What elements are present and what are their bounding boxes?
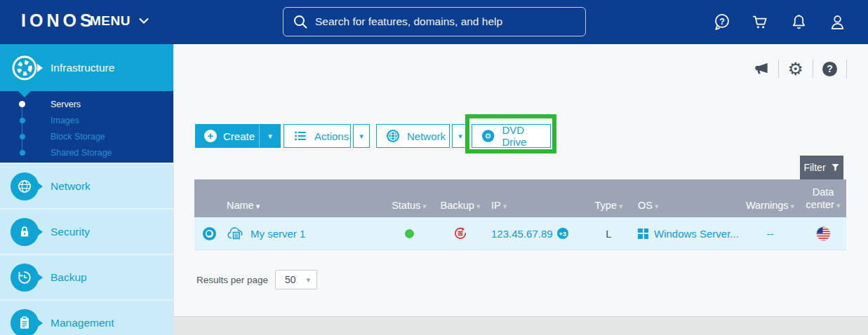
sidebar-item-label: Images [51,116,79,125]
top-navigation-bar: IONOS MENU ? [0,0,868,44]
sidebar-item-shared-storage[interactable]: Shared Storage [0,144,173,160]
sidebar-section-label: Management [51,317,114,329]
server-type: L [606,228,611,240]
sidebar-section-label: Backup [51,271,87,284]
notifications-bell-icon[interactable] [789,13,808,32]
actions-dropdown-button[interactable]: ▾ [353,124,370,148]
network-label: Network [407,130,446,142]
sort-arrow-icon: ▾ [476,202,481,210]
main-content: ⚙ ? Servers + Create ▾ Actions ▾ Network… [174,44,868,317]
ionos-logo[interactable]: IONOS [21,11,95,31]
column-label: Name [227,200,254,211]
management-clipboard-icon [11,309,39,335]
column-label: IP [491,200,501,211]
bullet-dot-icon [20,150,25,156]
page-help-icon[interactable]: ? [813,60,847,78]
dropdown-arrow-icon: ▾ [359,132,363,140]
sidebar-item-block-storage[interactable]: Block Storage [0,128,173,144]
menu-label: MENU [90,13,131,29]
network-dropdown-button[interactable]: ▾ [452,124,469,148]
menu-button[interactable]: MENU [90,13,149,29]
filter-button[interactable]: Filter [800,156,843,179]
column-header-warnings[interactable]: Warnings▾ [740,200,800,211]
search-input[interactable] [315,15,576,28]
question-glyph: ? [822,62,837,76]
column-label: Warnings [746,200,789,211]
bullet-dot-icon [20,118,25,123]
column-header-datacenter[interactable]: Data center▾ [800,186,846,211]
table-header-row: Name▾ Status▾ Backup▾ IP▾ Type▾ OS▾ Warn… [194,179,846,217]
server-name-link[interactable]: My server 1 [251,228,305,240]
column-header-backup[interactable]: Backup▾ [436,200,484,211]
page-icon-group: ⚙ ? [745,60,847,78]
security-lock-icon [11,218,39,246]
sidebar-section-backup[interactable]: Backup [0,254,173,299]
us-flag-icon [816,226,831,241]
sidebar-section-security[interactable]: Security [0,208,173,254]
table-row[interactable]: My server 1 123.45.67.89 +3 L Windows Se… [194,217,846,250]
status-running-icon [405,229,414,238]
announcements-megaphone-icon[interactable] [745,60,779,78]
warnings-value: -- [767,228,774,240]
actions-button[interactable]: Actions [283,124,351,148]
column-label: Backup [441,200,474,211]
results-per-page-label: Results per page [196,275,268,285]
bullet-dot-icon [19,101,25,107]
selected-value: 50 [285,274,296,285]
help-bubble-icon[interactable]: ? [712,13,731,32]
sidebar-section-network[interactable]: Network [0,163,173,208]
column-label: Status [392,200,420,211]
windows-logo-icon [638,228,648,239]
bullet-dot-icon [20,134,25,139]
cart-icon[interactable] [751,13,770,32]
column-label: Type [595,200,617,211]
sort-arrow-icon: ▾ [619,202,623,210]
cloud-server-icon [227,226,245,241]
sidebar-section-label: Network [51,180,91,193]
sidebar-item-label: Shared Storage [51,148,112,158]
list-icon [293,129,307,143]
column-header-type[interactable]: Type▾ [582,200,635,211]
column-header-os[interactable]: OS▾ [635,200,740,211]
dvd-drive-button[interactable]: DVD Drive [472,124,551,148]
backup-enabled-icon [453,226,468,241]
network-button[interactable]: Network [376,124,450,148]
create-dropdown-button[interactable]: ▾ [259,124,281,148]
topbar-icon-group: ? [712,0,847,44]
infrastructure-icon [11,54,39,82]
more-ips-badge[interactable]: +3 [557,228,568,239]
column-header-ip[interactable]: IP▾ [484,200,582,211]
sort-arrow-icon: ▾ [791,202,795,210]
column-header-status[interactable]: Status▾ [382,200,436,211]
ip-address[interactable]: 123.45.67.89 [491,228,553,240]
dropdown-arrow-icon: ▾ [268,132,272,140]
row-select-radio[interactable] [203,227,216,240]
sidebar-item-servers[interactable]: Servers [0,96,173,112]
sidebar-item-images[interactable]: Images [0,112,173,128]
column-header-name[interactable]: Name▾ [224,200,382,211]
settings-gear-icon[interactable]: ⚙ [779,60,813,78]
sidebar-submenu: Servers Images Block Storage Shared Stor… [0,91,173,163]
actions-label: Actions [314,130,349,142]
backup-clock-icon [11,264,39,292]
column-label: Data center [806,186,834,210]
sort-arrow-icon: ▾ [503,202,507,210]
sort-arrow-icon: ▾ [256,202,260,210]
search-bar [283,7,586,36]
funnel-icon [831,163,840,172]
create-label: Create [223,130,255,142]
sidebar-section-infrastructure[interactable]: Infrastructure [0,44,173,91]
user-account-icon[interactable] [828,13,847,32]
network-globe-icon [11,172,39,200]
filter-label: Filter [803,162,825,173]
dvd-drive-label: DVD Drive [502,124,550,148]
sidebar-section-management[interactable]: Management [0,299,173,335]
gear-glyph: ⚙ [788,60,803,78]
chevron-down-icon [138,18,149,25]
sidebar-item-label: Servers [51,100,81,109]
results-per-page-select[interactable]: 50 ▾ [275,270,317,289]
dropdown-arrow-icon: ▾ [458,132,462,140]
plus-icon: + [204,130,217,142]
create-button[interactable]: + Create [195,124,259,148]
dropdown-arrow-icon: ▾ [307,276,311,284]
